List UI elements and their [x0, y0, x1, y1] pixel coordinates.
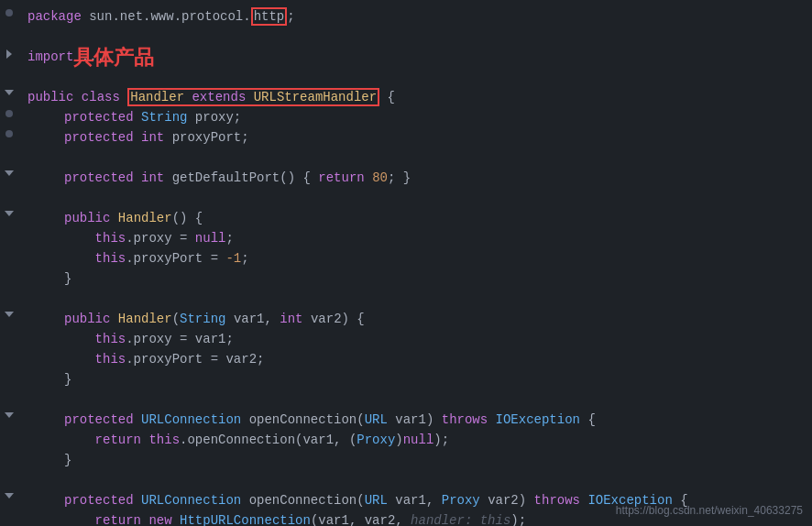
line-content: this.proxy = var1;: [18, 332, 805, 346]
line-content: public Handler() {: [18, 211, 805, 225]
line-content: public class Handler extends URLStreamHa…: [18, 90, 805, 104]
gutter-indicator: [0, 9, 18, 16]
gutter-indicator: [0, 493, 18, 499]
gutter-indicator: [0, 211, 18, 216]
code-line: public Handler() {: [0, 211, 812, 231]
code-line: this.proxy = null;: [0, 231, 812, 251]
code-line: protected URLConnection openConnection(U…: [0, 412, 812, 433]
code-line: [0, 392, 812, 412]
code-line: public class Handler extends URLStreamHa…: [0, 90, 812, 110]
code-line: package sun.net.www.protocol.http;: [0, 9, 812, 29]
code-line: }: [0, 453, 812, 473]
collapse-arrow-icon[interactable]: [5, 412, 14, 418]
code-line: }: [0, 271, 812, 291]
line-content: protected String proxy;: [18, 110, 805, 125]
code-line: this.proxyPort = var2;: [0, 352, 812, 372]
breakpoint-dot[interactable]: [5, 110, 13, 117]
code-line: [0, 70, 812, 90]
line-content: package sun.net.www.protocol.http;: [18, 9, 805, 24]
gutter-indicator: [0, 170, 18, 176]
gutter-indicator: [0, 90, 18, 95]
line-content: public Handler(String var1, int var2) {: [18, 312, 805, 326]
line-content: }: [18, 453, 805, 467]
gutter-indicator: [0, 130, 18, 137]
line-content: this.proxy = null;: [18, 231, 805, 246]
line-content: protected URLConnection openConnection(U…: [18, 412, 805, 427]
collapse-arrow-icon[interactable]: [5, 493, 14, 499]
breakpoint-dot[interactable]: [5, 130, 13, 137]
code-container: package sun.net.www.protocol.http;import…: [0, 0, 812, 526]
line-content: }: [18, 271, 805, 286]
code-line: public Handler(String var1, int var2) {: [0, 312, 812, 332]
line-content: }: [18, 372, 805, 387]
collapse-arrow-icon[interactable]: [5, 211, 14, 216]
gutter-indicator: [0, 312, 18, 317]
line-content: protected int proxyPort;: [18, 130, 805, 145]
gutter-indicator: [0, 412, 18, 418]
code-line: [0, 150, 812, 170]
url-watermark: https://blog.csdn.net/weixin_40633275: [616, 504, 803, 517]
collapse-arrow-icon[interactable]: [5, 170, 14, 176]
annotation-text: 具体产品: [73, 44, 154, 71]
collapse-arrow-icon[interactable]: [5, 90, 14, 95]
code-line: [0, 473, 812, 493]
line-content: this.proxyPort = -1;: [18, 251, 805, 266]
line-content: this.proxyPort = var2;: [18, 352, 805, 367]
code-line: this.proxy = var1;: [0, 332, 812, 352]
line-content: return this.openConnection(var1, (Proxy)…: [18, 433, 805, 447]
code-line: this.proxyPort = -1;: [0, 251, 812, 271]
code-line: [0, 191, 812, 211]
collapse-arrow-icon[interactable]: [5, 312, 14, 317]
code-line: return this.openConnection(var1, (Proxy)…: [0, 433, 812, 453]
gutter-indicator: [0, 110, 18, 117]
code-line: protected int proxyPort;: [0, 130, 812, 150]
breakpoint-dot[interactable]: [5, 9, 13, 16]
expand-arrow-icon[interactable]: [6, 49, 12, 59]
line-content: protected int getDefaultPort() { return …: [18, 170, 805, 185]
code-line: [0, 291, 812, 312]
code-line: protected String proxy;: [0, 110, 812, 130]
gutter-indicator: [0, 49, 18, 59]
code-line: protected int getDefaultPort() { return …: [0, 170, 812, 191]
code-line: }: [0, 372, 812, 392]
